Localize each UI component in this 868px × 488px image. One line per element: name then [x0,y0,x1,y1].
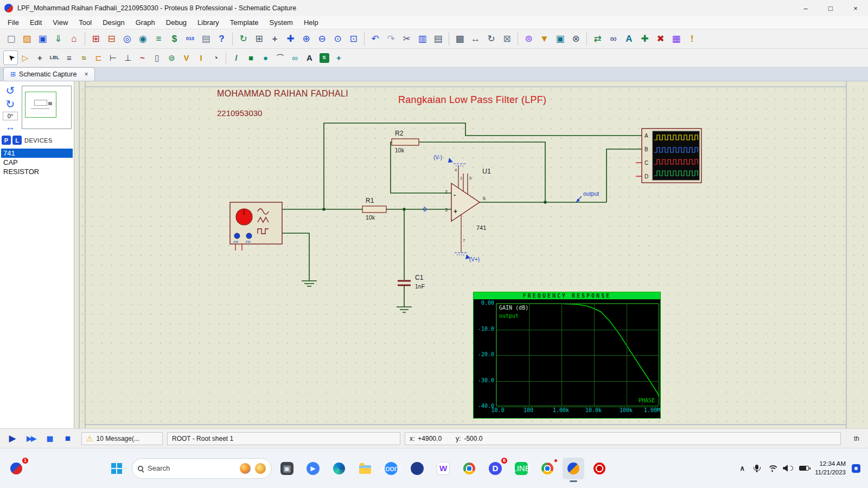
redraw-button[interactable]: ↻ [235,31,251,47]
2d-path-button[interactable]: ∞ [288,50,302,65]
menu-item[interactable]: View [47,17,73,28]
release-notes-button[interactable]: ▤ [198,31,214,47]
2d-symbol-button[interactable]: S [317,50,331,65]
voltage-probe-output[interactable]: output [576,190,599,202]
current-probe-mode-button[interactable]: I [194,50,208,65]
device-pins-mode-button[interactable]: ⊥ [120,50,135,65]
pcb-layout-button[interactable]: ⊟ [104,31,119,47]
junction-dot-mode-button[interactable]: + [33,50,47,65]
menu-item[interactable]: Help [298,17,324,28]
2d-arc-button[interactable]: ⌒ [273,50,288,65]
block-delete-button[interactable]: ⊠ [499,31,515,47]
taskbar-app-window[interactable]: ▣ [276,458,298,479]
gerber-viewer-button[interactable]: ◉ [135,31,151,47]
text-script-mode-button[interactable]: ≡ [62,50,76,65]
generator-mode-button[interactable]: ⊚ [164,50,179,65]
pause-simulation-button[interactable]: ▮▮ [40,432,59,446]
start-button[interactable] [106,458,127,479]
2d-marker-button[interactable]: + [331,50,346,65]
taskbar-app-proteus[interactable] [563,458,584,479]
taskbar-app-edge[interactable] [328,458,350,479]
block-copy-button[interactable]: ▩ [452,31,468,47]
buses-mode-button[interactable]: ≈ [76,50,91,65]
help-button[interactable]: ? [214,31,229,47]
menu-item[interactable]: File [2,17,24,28]
taskbar-app-camera[interactable]: ► [302,458,324,479]
menu-item[interactable]: Library [192,17,225,28]
undo-button[interactable]: ↶ [367,31,383,47]
device-list-item[interactable]: CAP [1,158,73,167]
terminals-mode-button[interactable]: ⊢ [106,50,120,65]
block-rotate-button[interactable]: ↻ [483,31,499,47]
notification-center-icon[interactable] [852,463,860,474]
home-page-button[interactable]: ⌂ [66,31,82,47]
packaging-tool-button[interactable]: ▣ [552,31,568,47]
taskbar-clock[interactable]: 12:34 AM 11/21/2023 [815,460,846,477]
run-simulation-button[interactable]: ▶ [3,432,22,446]
bill-of-materials-button[interactable]: $ [167,31,182,47]
taskbar-app-zoom[interactable]: zoom [380,458,402,479]
resistor-r1[interactable]: R1 10k [362,197,386,221]
menu-item[interactable]: Edit [24,17,47,28]
new-project-button[interactable]: ▢ [3,31,19,47]
decompose-button[interactable]: ⊗ [568,31,584,47]
2d-circle-button[interactable]: ● [258,50,273,65]
resistor-r2[interactable]: R2 10k [392,130,419,153]
design-explorer-button[interactable]: ≡ [151,31,167,47]
remove-sheet-button[interactable]: ✖ [653,31,668,47]
zoom-in-button[interactable]: ⊕ [298,31,314,47]
stop-simulation-button[interactable]: ■ [59,432,77,446]
voltage-probe-mode-button[interactable]: V [179,50,194,65]
redo-button[interactable]: ↷ [383,31,399,47]
rotation-angle-field[interactable]: 0° [3,112,18,120]
menu-item[interactable]: Template [225,17,264,28]
design-rule-check-button[interactable]: ! [684,31,700,47]
battery-icon[interactable] [799,463,809,474]
schematic-capture-button[interactable]: ⊞ [88,31,104,47]
tab-schematic-capture[interactable]: ⊞ Schematic Capture × [3,67,95,81]
wifi-icon[interactable] [767,463,777,474]
goto-sheet-button[interactable]: ▦ [668,31,684,47]
overview-minimap[interactable] [22,86,72,129]
schematic-canvas[interactable]: R1 10k R2 10k C1 1nF - [74,81,868,428]
oscilloscope[interactable]: A B C D [636,129,701,183]
zoom-area-button[interactable]: ⊡ [346,31,361,47]
mirror-horizontal-button[interactable]: ↔ [6,122,15,133]
taskbar-app-chrome-profile[interactable] [537,458,558,479]
taskbar-app-record[interactable] [589,458,610,479]
2d-line-button[interactable]: / [229,50,244,65]
tape-recorder-mode-button[interactable]: ▯ [150,50,164,65]
simulation-log-button[interactable]: 010 [182,31,198,47]
wire-label-mode-button[interactable]: LBL [47,50,62,65]
block-move-button[interactable]: ↔ [468,31,483,47]
taskbar-app-discord[interactable]: D6 [484,458,506,479]
2d-box-button[interactable]: ■ [244,50,258,65]
rotate-ccw-button[interactable]: ↺ [6,85,15,97]
search-components-button[interactable]: ∞ [605,31,621,47]
frequency-response-panel[interactable]: FREQUENCY RESPONSE GAIN (dB) output PHAS… [473,292,661,419]
2d-text-button[interactable]: A [302,50,317,65]
taskbar-app-media[interactable] [406,458,428,479]
zoom-extents-button[interactable]: ⊙ [330,31,346,47]
tab-close-icon[interactable]: × [84,70,88,78]
component-mode-button[interactable]: ▷ [18,50,33,65]
grid-toggle-button[interactable]: ⊞ [251,31,267,47]
menu-item[interactable]: Graph [130,17,161,28]
graph-mode-button[interactable]: ~ [135,50,150,65]
taskbar-app-chrome[interactable] [458,458,480,479]
menu-item[interactable]: System [264,17,298,28]
zoom-out-button[interactable]: ⊖ [314,31,330,47]
make-device-button[interactable]: ▼ [537,31,552,47]
opamp-u1[interactable]: - + U1 741 2 3 6 4 1 5 7 [445,166,491,253]
taskbar-app-wondershare[interactable]: W [432,458,454,479]
minimize-button[interactable]: – [793,0,818,16]
open-project-button[interactable]: ▨ [19,31,35,47]
virtual-instruments-mode-button[interactable]: ◔ [208,50,223,65]
taskbar-app-file-explorer[interactable] [354,458,376,479]
menu-item[interactable]: Design [97,17,130,28]
pan-button[interactable]: ✚ [283,31,298,47]
menu-item[interactable]: Tool [73,17,97,28]
pick-device-button[interactable]: P [2,136,11,145]
3d-visualizer-button[interactable]: ◎ [119,31,135,47]
signal-generator[interactable]: AM FM [230,202,282,251]
